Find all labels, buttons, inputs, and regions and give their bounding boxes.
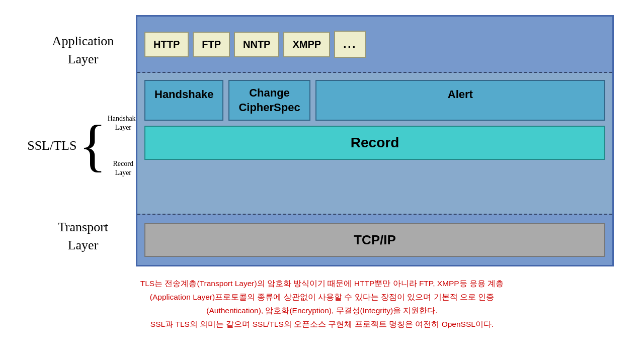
- handshake-layer-sublabel: Handshake Layer: [108, 114, 139, 132]
- left-labels-col: Application Layer SSL/TLS { Handshake La…: [30, 15, 136, 266]
- protocol-nntp: NNTP: [234, 32, 279, 57]
- desc-line3: (Authentication), 암호화(Encryption), 무결성(I…: [140, 304, 504, 317]
- rec-label-1: Record: [113, 160, 133, 167]
- record-box: Record: [144, 126, 605, 160]
- transport-label-1: Transport: [58, 220, 108, 234]
- hs-label-2: Layer: [115, 124, 131, 131]
- transport-label-2: Layer: [68, 238, 99, 252]
- ssltls-label-area: SSL/TLS { Handshake Layer Record Layer: [30, 96, 136, 196]
- tcp-ip-box: TCP/IP: [144, 223, 605, 257]
- app-layer-line1: Application: [52, 34, 114, 48]
- dashed-spacer-2: [30, 196, 136, 206]
- desc-line2: (Application Layer)프로토콜의 종류에 상관없이 사용할 수 …: [140, 290, 504, 304]
- desc-line1: TLS는 전송계층(Transport Layer)의 암호화 방식이기 때문에…: [140, 277, 504, 290]
- dashed-spacer-1: [30, 85, 136, 96]
- cipher-line2: CipherSpec: [238, 101, 300, 114]
- alert-box: Alert: [315, 80, 605, 121]
- record-layer-sublabel: Record Layer: [108, 159, 139, 177]
- hs-label-1: Handshake: [108, 115, 139, 122]
- transport-layer-section: TCP/IP: [137, 215, 612, 265]
- right-diagram-box: HTTP FTP NNTP XMPP ... Handshake Change …: [136, 15, 614, 266]
- desc-line4: SSL과 TLS의 의미는 같으며 SSL/TLS의 오픈소스 구현체 프로젝트…: [140, 317, 504, 331]
- cipher-spec-box: Change CipherSpec: [228, 80, 310, 121]
- app-layer-label: Application Layer: [30, 15, 136, 85]
- protocol-ftp: FTP: [193, 32, 230, 57]
- handshake-box: Handshake: [144, 80, 223, 121]
- handshake-row: Handshake Change CipherSpec Alert: [144, 80, 605, 121]
- main-container: Application Layer SSL/TLS { Handshake La…: [0, 0, 644, 341]
- diagram-wrapper: Application Layer SSL/TLS { Handshake La…: [30, 15, 614, 266]
- protocol-dots: ...: [334, 31, 366, 58]
- rec-label-2: Layer: [115, 169, 131, 176]
- record-row: Record: [144, 126, 605, 160]
- cipher-line1: Change: [249, 86, 290, 99]
- ssl-sublabels: Handshake Layer Record Layer: [108, 101, 139, 191]
- protocol-xmpp: XMPP: [283, 32, 330, 57]
- app-protocols-row: HTTP FTP NNTP XMPP ...: [137, 17, 612, 72]
- brace-icon: {: [78, 120, 106, 172]
- app-layer-line2: Layer: [68, 52, 99, 66]
- ssltls-label: SSL/TLS: [27, 138, 76, 153]
- ssltls-layers-section: Handshake Change CipherSpec Alert Record: [137, 73, 612, 214]
- transport-layer-label: Transport Layer: [30, 206, 136, 266]
- description-text: TLS는 전송계층(Transport Layer)의 암호화 방식이기 때문에…: [140, 277, 504, 331]
- protocol-http: HTTP: [144, 32, 189, 57]
